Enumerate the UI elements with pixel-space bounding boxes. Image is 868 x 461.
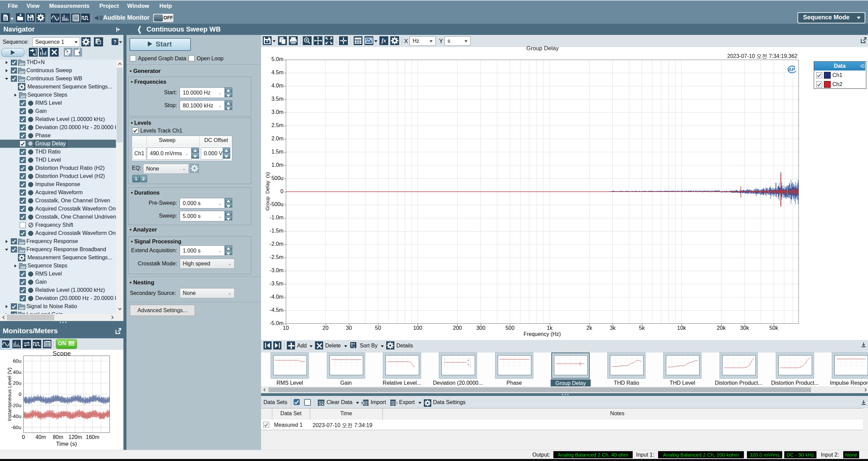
svg-text:9: 9: [353, 342, 355, 345]
svg-text:AP: AP: [788, 66, 795, 72]
svg-text:1: 1: [353, 345, 355, 348]
